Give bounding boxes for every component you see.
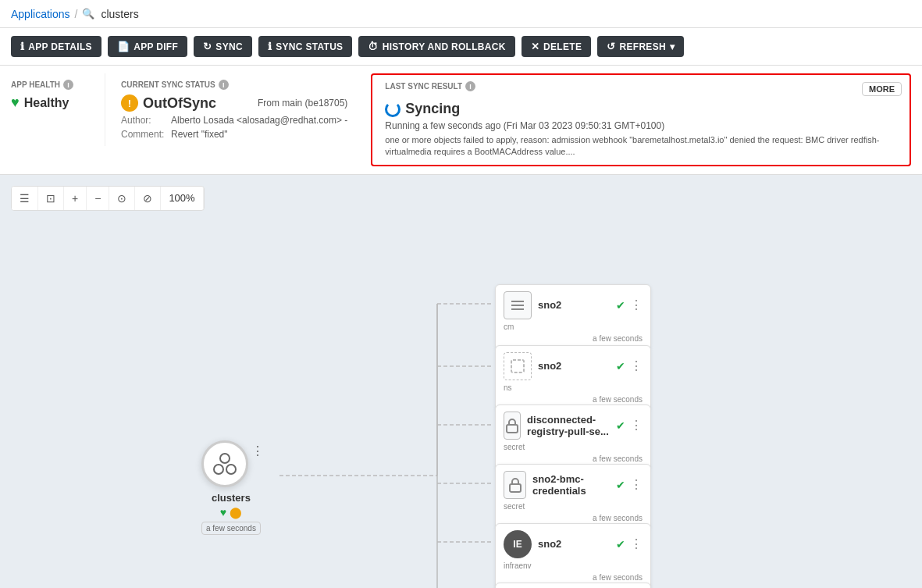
app-node-health-icon: ♥ (220, 506, 226, 519)
last-sync-more-button[interactable]: MORE (862, 82, 902, 96)
zoom-level: 100% (161, 187, 203, 208)
sync-error: one or more objects failed to apply, rea… (385, 134, 902, 159)
sync-icon: ↻ (203, 41, 212, 52)
canvas-controls: ☰ ⊡ + − ⊙ ⊘ 100% (11, 186, 205, 211)
zoom-in-button[interactable]: + (64, 187, 87, 210)
svg-rect-16 (507, 425, 518, 433)
resource-card-infraenv-left: IE sno2 (504, 530, 561, 558)
app-node-circle[interactable] (201, 440, 248, 487)
app-health-info-icon[interactable]: i (63, 80, 73, 90)
resource-card-ns-left: sno2 (504, 352, 561, 380)
resource-card-cm: sno2 ✔ ⋮ cm a few seconds (495, 284, 651, 350)
resource-card-ns: sno2 ✔ ⋮ ns a few seconds (495, 345, 651, 411)
resource-card-infraenv: IE sno2 ✔ ⋮ infraenv a few seconds (495, 523, 651, 588)
infraenv-menu-button[interactable]: ⋮ (630, 536, 643, 551)
syncing-spinner (385, 102, 400, 117)
secret1-time: a few seconds (504, 454, 643, 463)
cm-resource-name: sno2 (538, 299, 561, 311)
resource-card-secret1: disconnected-registry-pull-se... ✔ ⋮ sec… (495, 404, 651, 470)
ns-status-icon: ✔ (616, 360, 625, 372)
resource-card-ns-header: sno2 ✔ ⋮ (504, 352, 643, 380)
refresh-icon: ↺ (607, 41, 615, 52)
zoom-actual-button[interactable]: ⊘ (135, 187, 161, 210)
comment-value: Revert "fixed" (171, 129, 228, 140)
history-rollback-button[interactable]: ⏱ HISTORY AND ROLLBACK (358, 36, 514, 57)
cm-type-label: cm (504, 323, 643, 331)
sync-button[interactable]: ↻ SYNC (194, 36, 252, 57)
fit-to-screen-button[interactable]: ☰ (12, 187, 38, 210)
status-bar: APP HEALTH i ♥ Healthy CURRENT SYNC STAT… (0, 66, 922, 175)
resource-card-secret1-header: disconnected-registry-pull-se... ✔ ⋮ (504, 412, 643, 440)
sync-status-button[interactable]: ℹ SYNC STATUS (258, 36, 353, 57)
resource-card-secret2-left: sno2-bmc-credentials (504, 471, 616, 499)
secret1-menu-button[interactable]: ⋮ (630, 418, 643, 433)
secret1-resource-name: disconnected-registry-pull-se... (527, 414, 616, 437)
app-node-badges: ♥ ⬤ (201, 506, 261, 519)
secret2-type-label: secret (504, 502, 643, 511)
ns-menu-button[interactable]: ⋮ (630, 358, 643, 373)
connectors-svg (0, 175, 922, 588)
secret2-time: a few seconds (504, 514, 643, 522)
infraenv-status-icon: ✔ (616, 538, 625, 551)
current-sync-section: CURRENT SYNC STATUS i ! OutOfSync From m… (105, 73, 363, 146)
app-node-sync-icon: ⬤ (230, 506, 242, 519)
healthy-badge: ♥ Healthy (11, 94, 89, 111)
app-node-time: a few seconds (201, 522, 261, 535)
refresh-button[interactable]: ↺ REFRESH ▾ (597, 36, 684, 57)
resource-card-cm-header: sno2 ✔ ⋮ (504, 291, 643, 319)
infraenv-icon: IE (504, 530, 532, 558)
toggle-view-button[interactable]: ⊡ (38, 187, 64, 210)
svg-rect-17 (510, 484, 521, 492)
infraenv-resource-name: sno2 (538, 538, 561, 550)
svg-point-9 (220, 454, 230, 463)
current-sync-title: CURRENT SYNC STATUS i (121, 80, 347, 90)
comment-row: Comment: Revert "fixed" (121, 129, 347, 140)
app-health-section: APP HEALTH i ♥ Healthy (11, 73, 105, 117)
history-icon: ⏱ (368, 41, 378, 52)
infraenv-type-label: infraenv (504, 561, 643, 570)
sync-info-icon[interactable]: i (219, 80, 229, 90)
secret2-resource-name: sno2-bmc-credentials (532, 473, 616, 497)
last-sync-info-icon[interactable]: i (465, 81, 475, 91)
syncing-status: Syncing (385, 101, 902, 117)
applications-link[interactable]: Applications (11, 8, 70, 20)
refresh-chevron-icon: ▾ (670, 41, 675, 52)
cm-icon (504, 291, 532, 319)
app-health-title: APP HEALTH i (11, 80, 89, 90)
zoom-fit-button[interactable]: ⊙ (109, 187, 135, 210)
top-nav: Applications / 🔍 clusters (0, 0, 922, 28)
resource-card-infraenv-header: IE sno2 ✔ ⋮ (504, 530, 643, 558)
last-sync-section: LAST SYNC RESULT i MORE Syncing Running … (371, 73, 911, 166)
delete-icon: ✕ (531, 41, 539, 52)
secret2-icon (504, 471, 526, 499)
author-value: Alberto Losada <alosadag@redhat.com> - (171, 115, 347, 126)
secret1-icon (504, 412, 521, 440)
ns-type-label: ns (504, 383, 643, 392)
toolbar: ℹ APP DETAILS 📄 APP DIFF ↻ SYNC ℹ SYNC S… (0, 28, 922, 66)
from-main-label: From main (be18705) (258, 98, 347, 109)
resource-card-cm-left: sno2 (504, 291, 561, 319)
cm-status-icon: ✔ (616, 299, 625, 312)
secret1-status-icon: ✔ (616, 419, 625, 432)
cm-menu-button[interactable]: ⋮ (630, 298, 643, 312)
app-details-button[interactable]: ℹ APP DETAILS (11, 36, 101, 57)
secret2-menu-button[interactable]: ⋮ (630, 477, 643, 492)
sync-time: Running a few seconds ago (Fri Mar 03 20… (385, 120, 902, 131)
app-node: ⋮ clusters ♥ ⬤ a few seconds (201, 440, 261, 535)
resource-card-secret2-header: sno2-bmc-credentials ✔ ⋮ (504, 471, 643, 499)
delete-button[interactable]: ✕ DELETE (522, 36, 591, 57)
svg-point-10 (214, 465, 223, 474)
heart-icon: ♥ (11, 94, 20, 111)
zoom-out-button[interactable]: − (87, 187, 109, 210)
diff-icon: 📄 (117, 41, 130, 52)
svg-rect-15 (511, 360, 524, 372)
clusters-label: clusters (101, 8, 138, 20)
author-row: Author: Alberto Losada <alosadag@redhat.… (121, 115, 347, 126)
last-sync-title: LAST SYNC RESULT i (385, 81, 475, 91)
infraenv-time: a few seconds (504, 573, 643, 582)
resource-card-secret2: sno2-bmc-credentials ✔ ⋮ secret a few se… (495, 464, 651, 529)
app-node-menu-button[interactable]: ⋮ (248, 440, 267, 461)
out-of-sync-status: ! OutOfSync (121, 94, 216, 112)
app-diff-button[interactable]: 📄 APP DIFF (108, 36, 187, 57)
svg-point-11 (226, 465, 236, 474)
